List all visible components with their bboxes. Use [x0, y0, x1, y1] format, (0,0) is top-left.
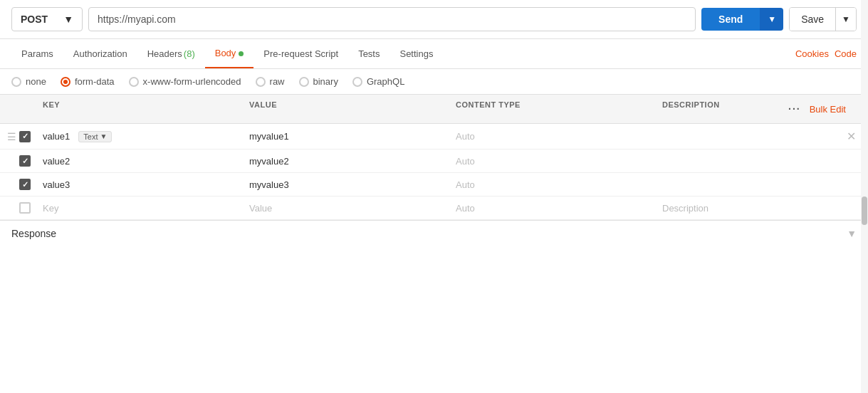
- body-option-binary[interactable]: binary: [299, 76, 338, 87]
- row2-drag-checkbox: ☰: [0, 150, 36, 172]
- empty-row-key-cell[interactable]: Key: [36, 197, 242, 219]
- th-value: VALUE: [242, 95, 449, 123]
- send-dropdown-button[interactable]: ▼: [760, 8, 783, 31]
- response-chevron: ▼: [847, 228, 857, 239]
- body-option-raw-label: raw: [270, 76, 285, 87]
- tab-authorization-label: Authorization: [73, 48, 127, 59]
- tab-pre-request[interactable]: Pre-request Script: [253, 40, 348, 68]
- response-section[interactable]: Response ▼: [0, 220, 868, 246]
- radio-raw: [256, 77, 266, 87]
- row3-content-type-cell: Auto: [449, 174, 655, 196]
- row2-value-cell[interactable]: myvalue2: [242, 150, 449, 172]
- radio-graphql: [352, 77, 362, 87]
- form-data-table: KEY VALUE CONTENT TYPE DESCRIPTION ··· B…: [0, 95, 868, 220]
- radio-binary: [299, 77, 309, 87]
- method-label: POST: [21, 14, 48, 25]
- row3-description-cell[interactable]: [655, 179, 840, 190]
- tabs-right-actions: Cookies Code: [795, 48, 857, 59]
- tab-tests[interactable]: Tests: [348, 40, 389, 68]
- radio-urlencoded: [129, 77, 139, 87]
- empty-row-value-cell[interactable]: Value: [242, 197, 449, 219]
- tab-body-label: Body: [215, 48, 236, 58]
- row1-type-badge[interactable]: Text ▼: [78, 131, 112, 142]
- row1-checkbox[interactable]: [19, 131, 31, 142]
- save-button-group: Save ▼: [789, 7, 857, 31]
- tab-settings-label: Settings: [399, 48, 433, 59]
- body-option-raw[interactable]: raw: [256, 76, 285, 87]
- row3-key-cell: value3: [36, 174, 242, 196]
- headers-badge: (8): [184, 48, 195, 59]
- body-option-form-data[interactable]: form-data: [61, 76, 115, 87]
- tab-settings[interactable]: Settings: [389, 40, 443, 68]
- cookies-link[interactable]: Cookies: [795, 48, 829, 59]
- table-header-actions: ··· Bulk Edit: [775, 95, 868, 123]
- empty-row-checkbox[interactable]: [19, 202, 31, 214]
- row1-delete-button[interactable]: ✕: [847, 130, 856, 143]
- body-option-graphql-label: GraphQL: [367, 76, 404, 87]
- response-label: Response: [11, 228, 56, 239]
- th-content-type: CONTENT TYPE: [449, 95, 655, 123]
- table-row: ☰ value1 Text ▼ myvalue1 Auto ✕: [0, 124, 868, 150]
- tab-headers-label: Headers: [147, 48, 182, 59]
- radio-form-data: [61, 77, 70, 87]
- body-option-binary-label: binary: [313, 76, 338, 87]
- empty-row-description-cell[interactable]: Description: [655, 197, 840, 219]
- tab-tests-label: Tests: [358, 48, 380, 59]
- th-description: DESCRIPTION: [655, 95, 775, 123]
- save-button[interactable]: Save: [790, 8, 835, 31]
- row1-key-value[interactable]: value1: [43, 131, 70, 142]
- th-key: KEY: [36, 95, 242, 123]
- tab-authorization[interactable]: Authorization: [63, 40, 137, 68]
- more-options-button[interactable]: ···: [783, 100, 807, 117]
- tab-pre-request-label: Pre-request Script: [263, 48, 338, 59]
- tab-params[interactable]: Params: [11, 40, 63, 68]
- tab-body[interactable]: Body: [205, 39, 254, 68]
- scrollbar[interactable]: [861, 0, 868, 246]
- table-row: ☰ value2 myvalue2 Auto: [0, 150, 868, 173]
- table-row-placeholder: ☰ Key Value Auto Description: [0, 197, 868, 220]
- body-dot: [239, 51, 244, 56]
- row1-value-cell[interactable]: myvalue1: [242, 125, 449, 147]
- row3-content-type: Auto: [456, 179, 475, 190]
- scrollbar-thumb: [862, 197, 867, 225]
- description-placeholder: Description: [662, 203, 708, 214]
- body-option-urlencoded-label: x-www-form-urlencoded: [143, 76, 241, 87]
- code-link[interactable]: Code: [835, 48, 857, 59]
- row2-content-type-cell: Auto: [449, 150, 655, 172]
- row1-value: myvalue1: [249, 131, 289, 142]
- row1-content-type-cell: Auto: [449, 125, 655, 147]
- empty-row-content-type-cell: Auto: [449, 197, 655, 219]
- table-header-row: KEY VALUE CONTENT TYPE DESCRIPTION ··· B…: [0, 95, 868, 124]
- radio-none: [11, 77, 21, 87]
- row3-key-value[interactable]: value3: [43, 179, 70, 190]
- row1-description-cell[interactable]: [655, 131, 840, 142]
- row1-type-label: Text: [83, 132, 98, 141]
- send-button-group: Send ▼: [701, 8, 783, 31]
- row2-description-cell[interactable]: [655, 155, 840, 167]
- save-dropdown-button[interactable]: ▼: [835, 8, 856, 31]
- method-chevron: ▼: [63, 14, 73, 25]
- value-placeholder: Value: [249, 203, 272, 214]
- method-selector[interactable]: POST ▼: [11, 7, 83, 31]
- tab-headers[interactable]: Headers(8): [137, 40, 205, 68]
- tab-params-label: Params: [21, 48, 53, 59]
- row2-content-type: Auto: [456, 156, 475, 167]
- row1-key-cell: value1 Text ▼: [36, 125, 242, 148]
- row2-key-value[interactable]: value2: [43, 156, 70, 167]
- type-badge-chevron: ▼: [100, 132, 108, 140]
- row3-value-cell[interactable]: myvalue3: [242, 174, 449, 196]
- bulk-edit-button[interactable]: Bulk Edit: [810, 101, 846, 117]
- body-option-none-label: none: [26, 76, 46, 87]
- row3-checkbox[interactable]: [19, 179, 31, 190]
- row2-checkbox[interactable]: [19, 155, 31, 167]
- url-input[interactable]: [88, 7, 696, 31]
- empty-row-checkbox-cell: ☰: [0, 197, 36, 219]
- drag-handle-icon[interactable]: ☰: [7, 131, 16, 142]
- body-option-none[interactable]: none: [11, 76, 46, 87]
- tabs-bar: Params Authorization Headers(8) Body Pre…: [0, 39, 868, 69]
- table-row: ☰ value3 myvalue3 Auto: [0, 173, 868, 197]
- send-button[interactable]: Send: [701, 8, 760, 31]
- row2-key-cell: value2: [36, 150, 242, 172]
- body-option-urlencoded[interactable]: x-www-form-urlencoded: [129, 76, 241, 87]
- body-option-graphql[interactable]: GraphQL: [352, 76, 404, 87]
